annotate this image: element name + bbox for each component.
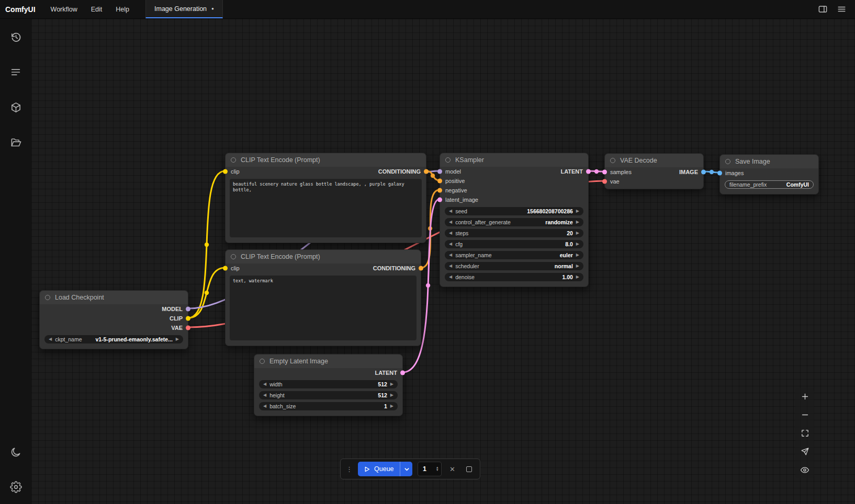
node-clip-text-encode-negative[interactable]: CLIP Text Encode (Prompt) clip CONDITION… xyxy=(225,249,421,346)
widget-batch-size[interactable]: ◀ batch_size 1 ▶ xyxy=(259,402,398,410)
port-vae-input[interactable] xyxy=(602,179,607,184)
collapse-dot-icon[interactable] xyxy=(445,157,451,163)
batch-count-input[interactable]: 1 ▴ ▾ xyxy=(418,462,442,476)
negative-prompt-textarea[interactable]: text, watermark xyxy=(230,276,417,340)
decrement-arrow-icon[interactable]: ◀ xyxy=(449,253,452,257)
increment-arrow-icon[interactable]: ▶ xyxy=(576,242,579,246)
increment-arrow-icon[interactable]: ▶ xyxy=(576,209,579,213)
port-model-input[interactable] xyxy=(437,169,442,174)
increment-arrow-icon[interactable]: ▶ xyxy=(576,264,579,268)
sidebar-item-queue-history[interactable] xyxy=(8,29,24,45)
node-load-checkpoint-header[interactable]: Load Checkpoint xyxy=(40,291,188,304)
decrement-arrow-icon[interactable]: ◀ xyxy=(263,382,266,386)
zoom-out-button[interactable] xyxy=(795,406,814,423)
increment-arrow-icon[interactable]: ▶ xyxy=(576,253,579,257)
settings-button[interactable] xyxy=(8,479,24,495)
drag-handle-icon[interactable]: ⋮ xyxy=(346,465,353,473)
port-clip-input[interactable] xyxy=(223,169,228,174)
node-header[interactable]: KSampler xyxy=(440,153,588,167)
increment-arrow-icon[interactable]: ▶ xyxy=(576,231,579,235)
widget-scheduler[interactable]: ◀ scheduler normal ▶ xyxy=(445,262,583,270)
widget-ckpt-name[interactable]: ◀ ckpt_name v1-5-pruned-emaonly.safete..… xyxy=(44,335,183,343)
decrement-arrow-icon[interactable]: ◀ xyxy=(263,393,266,397)
widget-seed[interactable]: ◀ seed 156680208700286 ▶ xyxy=(445,207,583,215)
sidebar-item-node-list[interactable] xyxy=(8,64,24,80)
port-negative-input[interactable] xyxy=(437,188,442,193)
queue-button[interactable]: Queue xyxy=(358,462,412,476)
increment-arrow-icon[interactable]: ▶ xyxy=(576,275,579,279)
widget-steps[interactable]: ◀ steps 20 ▶ xyxy=(445,229,583,237)
widget-denoise[interactable]: ◀ denoise 1.00 ▶ xyxy=(445,273,583,281)
node-load-checkpoint[interactable]: Load Checkpoint MODEL CLIP VAE ◀ ckpt_na… xyxy=(39,290,188,349)
toggle-panel-button[interactable] xyxy=(815,2,830,17)
port-positive-input[interactable] xyxy=(437,179,442,184)
sidebar-item-model-library[interactable] xyxy=(8,99,24,115)
decrement-arrow-icon[interactable]: ◀ xyxy=(449,264,452,268)
node-save-image[interactable]: Save Image images filename_prefix ComfyU… xyxy=(719,154,819,194)
port-clip-input[interactable] xyxy=(223,266,228,271)
stop-button[interactable] xyxy=(463,463,475,475)
widget-sampler-name[interactable]: ◀ sampler_name euler ▶ xyxy=(445,251,583,259)
toggle-visibility-button[interactable] xyxy=(795,461,814,478)
node-header[interactable]: Empty Latent Image xyxy=(254,354,402,368)
widget-width[interactable]: ◀ width 512 ▶ xyxy=(259,380,398,388)
node-header[interactable]: CLIP Text Encode (Prompt) xyxy=(226,250,421,264)
widget-cfg[interactable]: ◀ cfg 8.0 ▶ xyxy=(445,240,583,248)
collapse-dot-icon[interactable] xyxy=(231,254,236,259)
menu-help[interactable]: Help xyxy=(109,0,136,18)
collapse-dot-icon[interactable] xyxy=(231,157,236,163)
widget-filename-prefix[interactable]: filename_prefix ComfyUI xyxy=(725,180,814,189)
increment-arrow-icon[interactable]: ▶ xyxy=(390,393,393,397)
increment-arrow-icon[interactable]: ▶ xyxy=(576,220,579,224)
port-samples-input[interactable] xyxy=(602,170,607,175)
decrement-arrow-icon[interactable]: ◀ xyxy=(49,337,52,341)
collapse-dot-icon[interactable] xyxy=(45,295,50,300)
output-row-model: MODEL xyxy=(40,304,188,314)
port-model-output[interactable] xyxy=(186,307,190,312)
increment-arrow-icon[interactable]: ▶ xyxy=(390,382,393,386)
main-menu-button[interactable] xyxy=(834,2,849,17)
widget-height[interactable]: ◀ height 512 ▶ xyxy=(259,391,398,399)
collapse-dot-icon[interactable] xyxy=(610,158,615,163)
decrement-arrow-icon[interactable]: ◀ xyxy=(449,231,452,235)
node-empty-latent-image[interactable]: Empty Latent Image LATENT ◀ width 512 ▶ … xyxy=(254,354,403,416)
fit-view-button[interactable] xyxy=(795,425,814,442)
port-latent-output[interactable] xyxy=(586,169,591,174)
port-latent-output[interactable] xyxy=(400,371,405,375)
decrement-arrow-icon[interactable]: ◀ xyxy=(263,404,266,408)
port-clip-output[interactable] xyxy=(186,316,190,321)
sidebar-item-workflows[interactable] xyxy=(8,134,24,150)
increment-arrow-icon[interactable]: ▶ xyxy=(176,337,179,341)
positive-prompt-textarea[interactable]: beautiful scenery nature glass bottle la… xyxy=(230,179,422,237)
decrement-arrow-icon[interactable]: ◀ xyxy=(449,220,452,224)
menu-edit[interactable]: Edit xyxy=(84,0,109,18)
node-clip-text-encode-positive[interactable]: CLIP Text Encode (Prompt) clip CONDITION… xyxy=(225,153,426,243)
decrement-arrow-icon[interactable]: ◀ xyxy=(449,209,452,213)
queue-options-dropdown-button[interactable] xyxy=(400,462,413,476)
port-conditioning-output[interactable] xyxy=(419,266,423,271)
port-latent-image-input[interactable] xyxy=(437,198,442,202)
increment-arrow-icon[interactable]: ▶ xyxy=(390,404,393,408)
node-header[interactable]: VAE Decode xyxy=(605,154,703,167)
node-header[interactable]: CLIP Text Encode (Prompt) xyxy=(226,153,426,167)
collapse-dot-icon[interactable] xyxy=(725,159,730,164)
port-vae-output[interactable] xyxy=(186,326,190,330)
node-header[interactable]: Save Image xyxy=(720,155,818,168)
tab-image-generation[interactable]: Image Generation ● xyxy=(145,0,223,18)
port-images-input[interactable] xyxy=(717,171,722,176)
port-conditioning-output[interactable] xyxy=(424,169,429,174)
widget-control-after-generate[interactable]: ◀ control_after_generate randomize ▶ xyxy=(445,218,583,226)
output-label-model: MODEL xyxy=(162,306,183,312)
select-mode-button[interactable] xyxy=(795,443,814,460)
clear-queue-button[interactable]: ✕ xyxy=(447,463,458,475)
decrement-arrow-icon[interactable]: ◀ xyxy=(449,242,452,246)
zoom-in-button[interactable] xyxy=(795,388,814,405)
spinner-down-icon[interactable]: ▾ xyxy=(436,469,438,472)
theme-toggle-button[interactable] xyxy=(8,444,24,460)
port-image-output[interactable] xyxy=(701,170,706,175)
collapse-dot-icon[interactable] xyxy=(260,359,265,364)
node-vae-decode[interactable]: VAE Decode samples IMAGE vae xyxy=(604,153,704,189)
node-ksampler[interactable]: KSampler model LATENT positive negative … xyxy=(440,153,589,287)
decrement-arrow-icon[interactable]: ◀ xyxy=(449,275,452,279)
menu-workflow[interactable]: Workflow xyxy=(44,0,84,18)
